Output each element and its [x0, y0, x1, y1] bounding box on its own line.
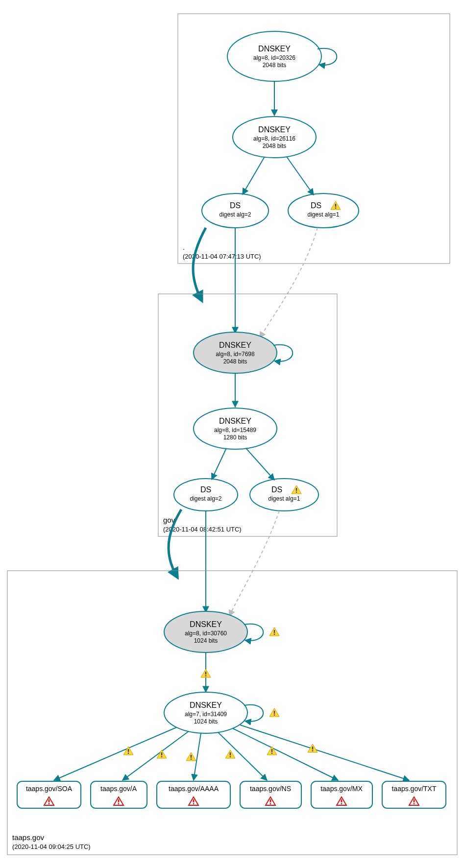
- svg-text:alg=8, id=20326: alg=8, id=20326: [253, 54, 295, 61]
- edge-zsk-a: [122, 731, 189, 780]
- svg-text:alg=8, id=26116: alg=8, id=26116: [253, 135, 295, 142]
- zone-taaps: taaps.gov (2020-11-04 09:04:25 UTC) DNSK…: [7, 571, 457, 855]
- warning-icon: [225, 750, 235, 758]
- node-root-zsk: DNSKEY alg=8, id=26116 2048 bits: [233, 117, 316, 158]
- edge-zsk-txt: [240, 725, 409, 780]
- edge-zsk-aaaa: [194, 733, 201, 780]
- zone-taaps-time: (2020-11-04 09:04:25 UTC): [12, 843, 91, 850]
- warning-icon: [269, 627, 279, 636]
- node-gov-zsk: DNSKEY alg=8, id=15489 1280 bits: [194, 408, 277, 449]
- svg-text:DNSKEY: DNSKEY: [190, 620, 222, 628]
- svg-text:2048 bits: 2048 bits: [263, 143, 287, 149]
- node-taaps-zsk: DNSKEY alg=7, id=31409 1024 bits: [164, 692, 247, 733]
- svg-text:digest alg=2: digest alg=2: [190, 495, 221, 502]
- node-gov-ds2: DS digest alg=2: [174, 479, 238, 511]
- edge-root-zsk-ds2: [243, 157, 265, 194]
- svg-text:taaps.gov/TXT: taaps.gov/TXT: [391, 785, 436, 793]
- rr-aaaa: taaps.gov/AAAA: [157, 781, 230, 808]
- node-gov-ds1: DS digest alg=1: [250, 479, 318, 511]
- svg-text:DS: DS: [271, 485, 282, 494]
- svg-text:taaps.gov/AAAA: taaps.gov/AAAA: [169, 785, 219, 793]
- svg-text:1024 bits: 1024 bits: [194, 718, 218, 725]
- svg-text:alg=8, id=30760: alg=8, id=30760: [185, 630, 227, 637]
- svg-point-14: [202, 193, 269, 228]
- edge-gov-zsk-ds2: [212, 448, 226, 480]
- svg-point-17: [288, 193, 359, 228]
- svg-text:DS: DS: [311, 201, 321, 210]
- svg-text:DS: DS: [230, 201, 241, 210]
- svg-text:digest alg=2: digest alg=2: [219, 211, 251, 218]
- rr-a: taaps.gov/A: [91, 781, 147, 808]
- svg-text:DNSKEY: DNSKEY: [219, 417, 251, 425]
- svg-text:DNSKEY: DNSKEY: [258, 45, 291, 53]
- node-taaps-ksk: DNSKEY alg=8, id=30760 1024 bits: [164, 611, 247, 652]
- node-gov-ksk: DNSKEY alg=8, id=7698 2048 bits: [194, 332, 277, 373]
- node-root-ds2: DS digest alg=2: [202, 193, 269, 228]
- rr-ns: taaps.gov/NS: [240, 781, 301, 808]
- svg-text:alg=7, id=31409: alg=7, id=31409: [185, 711, 227, 718]
- svg-text:digest alg=1: digest alg=1: [307, 211, 339, 218]
- node-root-ksk: DNSKEY alg=8, id=20326 2048 bits: [227, 31, 321, 81]
- svg-text:DNSKEY: DNSKEY: [190, 701, 222, 709]
- svg-text:taaps.gov/A: taaps.gov/A: [100, 785, 137, 793]
- edge-root-zsk-ds1: [287, 157, 314, 195]
- warning-icon: [123, 747, 133, 755]
- svg-text:digest alg=1: digest alg=1: [268, 495, 300, 502]
- warning-icon: [201, 669, 211, 677]
- svg-point-29: [174, 479, 238, 511]
- edge-zsk-ns: [218, 732, 267, 780]
- svg-text:alg=8, id=15489: alg=8, id=15489: [214, 427, 256, 434]
- zone-taaps-label: taaps.gov: [12, 833, 45, 842]
- svg-text:taaps.gov/NS: taaps.gov/NS: [250, 785, 291, 793]
- zone-root-label: .: [183, 243, 185, 251]
- warning-icon: [308, 744, 317, 752]
- warning-icon: [269, 708, 279, 717]
- zone-gov: gov (2020-11-04 08:42:51 UTC) DNSKEY alg…: [158, 294, 337, 536]
- rr-soa: taaps.gov/SOA: [17, 781, 81, 808]
- edge-zsk-mx: [233, 728, 338, 780]
- svg-text:DNSKEY: DNSKEY: [258, 125, 291, 134]
- zone-root: . (2020-11-04 07:47:13 UTC) DNSKEY alg=8…: [178, 14, 450, 264]
- svg-text:2048 bits: 2048 bits: [223, 358, 247, 365]
- node-root-ds1: DS digest alg=1: [288, 193, 359, 228]
- svg-point-32: [250, 479, 318, 511]
- svg-text:taaps.gov/MX: taaps.gov/MX: [320, 785, 363, 793]
- svg-text:1024 bits: 1024 bits: [194, 637, 218, 644]
- warning-icon: [186, 752, 196, 761]
- svg-text:taaps.gov/SOA: taaps.gov/SOA: [26, 785, 73, 793]
- edge-gov-zsk-ds1: [246, 448, 274, 480]
- edge-root-ds1-to-gov-ksk: [260, 228, 317, 338]
- svg-text:DNSKEY: DNSKEY: [219, 341, 251, 349]
- svg-text:2048 bits: 2048 bits: [263, 62, 287, 69]
- svg-text:DS: DS: [200, 485, 211, 494]
- zone-gov-time: (2020-11-04 08:42:51 UTC): [163, 526, 242, 533]
- warning-icon: [267, 747, 277, 755]
- svg-text:alg=8, id=7698: alg=8, id=7698: [216, 351, 255, 358]
- rr-txt: taaps.gov/TXT: [382, 781, 446, 808]
- rr-mx: taaps.gov/MX: [311, 781, 372, 808]
- svg-text:1280 bits: 1280 bits: [223, 434, 247, 441]
